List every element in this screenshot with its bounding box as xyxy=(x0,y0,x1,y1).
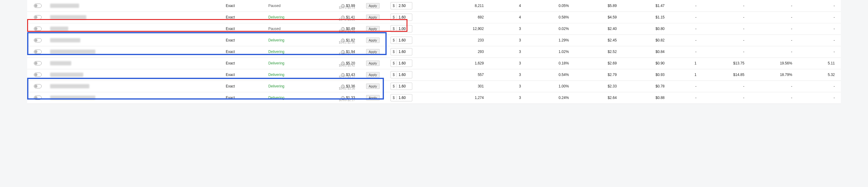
ctr: 1.02% xyxy=(527,46,575,57)
roas: 5.32 xyxy=(798,69,841,80)
impressions: 293 xyxy=(442,46,490,57)
clicks: 3 xyxy=(490,34,527,46)
cpm: $1.15 xyxy=(623,11,671,23)
roas: - xyxy=(798,80,841,92)
ctr: 1.00% xyxy=(527,80,575,92)
cpm: $0.84 xyxy=(623,46,671,57)
roas: - xyxy=(798,92,841,104)
impressions: 1,629 xyxy=(442,57,490,69)
row-toggle[interactable] xyxy=(34,96,42,100)
bid-input[interactable] xyxy=(397,84,412,88)
acos: - xyxy=(750,80,798,92)
keyword-name[interactable] xyxy=(50,38,80,43)
bid-input[interactable] xyxy=(397,73,412,77)
ctr: 0.02% xyxy=(527,23,575,34)
bid-range: $0.89-$2.17 xyxy=(339,98,355,102)
match-type: Exact xyxy=(224,23,267,34)
clicks: 3 xyxy=(490,92,527,104)
roas: - xyxy=(798,46,841,57)
table-row: ExactDeliveringi$3.36$3.31-$3.36Apply$30… xyxy=(27,80,841,92)
cpc: $2.40 xyxy=(575,23,623,34)
cpm: $0.90 xyxy=(623,57,671,69)
bid-input[interactable] xyxy=(397,61,412,65)
cpc: $5.89 xyxy=(575,0,623,11)
match-type: Exact xyxy=(224,0,267,11)
keyword-name[interactable] xyxy=(50,4,79,8)
match-type: Exact xyxy=(224,80,267,92)
bid-range: $1.21-$2.96 xyxy=(339,41,355,44)
orders: - xyxy=(671,80,703,92)
acos: - xyxy=(750,92,798,104)
table-row: ExactDeliveringi$1.94$1.30-$3.16Apply$29… xyxy=(27,46,841,57)
keyword-name[interactable] xyxy=(50,84,89,88)
keywords-table: ExactPausedi$3.99$2.71-$5.73Apply$8,2114… xyxy=(27,0,841,104)
bid-input[interactable] xyxy=(397,27,412,31)
orders: - xyxy=(671,0,703,11)
bid-input[interactable] xyxy=(397,4,412,8)
orders: 1 xyxy=(671,69,703,80)
apply-button[interactable]: Apply xyxy=(366,83,380,89)
cpc: $2.64 xyxy=(575,92,623,104)
row-toggle[interactable] xyxy=(34,38,42,43)
match-type: Exact xyxy=(224,57,267,69)
bid-input[interactable] xyxy=(397,50,412,54)
ctr: 0.24% xyxy=(527,92,575,104)
row-toggle[interactable] xyxy=(34,4,42,8)
bid-range: $0.49-$3.91 xyxy=(339,29,355,33)
keyword-name[interactable] xyxy=(50,15,86,19)
bid-input[interactable] xyxy=(397,96,412,100)
row-toggle[interactable] xyxy=(34,27,42,31)
keyword-name[interactable] xyxy=(50,27,68,31)
orders: - xyxy=(671,23,703,34)
apply-button[interactable]: Apply xyxy=(366,37,380,43)
cpc: $2.45 xyxy=(575,34,623,46)
bid-input[interactable] xyxy=(397,15,412,19)
apply-button[interactable]: Apply xyxy=(366,95,380,101)
apply-button[interactable]: Apply xyxy=(366,72,380,77)
row-toggle[interactable] xyxy=(34,50,42,54)
currency-prefix: $ xyxy=(391,84,397,88)
clicks: 3 xyxy=(490,46,527,57)
cpc: $2.79 xyxy=(575,69,623,80)
ctr: 0.54% xyxy=(527,69,575,80)
clicks: 3 xyxy=(490,80,527,92)
sales: - xyxy=(703,80,751,92)
apply-button[interactable]: Apply xyxy=(366,15,380,20)
row-toggle[interactable] xyxy=(34,84,42,88)
orders: - xyxy=(671,11,703,23)
cpm: $1.47 xyxy=(623,0,671,11)
impressions: 692 xyxy=(442,11,490,23)
sales: - xyxy=(703,46,751,57)
orders: - xyxy=(671,92,703,104)
apply-button[interactable]: Apply xyxy=(366,60,380,66)
sales: - xyxy=(703,34,751,46)
keyword-name[interactable] xyxy=(50,96,95,100)
orders: 1 xyxy=(671,57,703,69)
currency-prefix: $ xyxy=(391,96,397,100)
sales: - xyxy=(703,11,751,23)
match-type: Exact xyxy=(224,46,267,57)
table-row: ExactDeliveringi$5.20$5.20-$5.42Apply$1,… xyxy=(27,57,841,69)
row-toggle[interactable] xyxy=(34,73,42,77)
clicks: 3 xyxy=(490,69,527,80)
apply-button[interactable]: Apply xyxy=(366,26,380,31)
bid-input[interactable] xyxy=(397,38,412,43)
keyword-name[interactable] xyxy=(50,61,71,65)
orders: - xyxy=(671,34,703,46)
keyword-name[interactable] xyxy=(50,73,83,77)
ctr: 1.29% xyxy=(527,34,575,46)
acos: - xyxy=(750,34,798,46)
cpm: $0.88 xyxy=(623,92,671,104)
status: Delivering xyxy=(267,80,314,92)
currency-prefix: $ xyxy=(391,38,397,43)
match-type: Exact xyxy=(224,69,267,80)
row-toggle[interactable] xyxy=(34,61,42,65)
apply-button[interactable]: Apply xyxy=(366,49,380,54)
ctr: 0.58% xyxy=(527,11,575,23)
status: Paused xyxy=(267,0,314,11)
keyword-name[interactable] xyxy=(50,50,95,54)
clicks: 3 xyxy=(490,23,527,34)
currency-prefix: $ xyxy=(391,61,397,65)
apply-button[interactable]: Apply xyxy=(366,3,380,8)
row-toggle[interactable] xyxy=(34,15,42,19)
